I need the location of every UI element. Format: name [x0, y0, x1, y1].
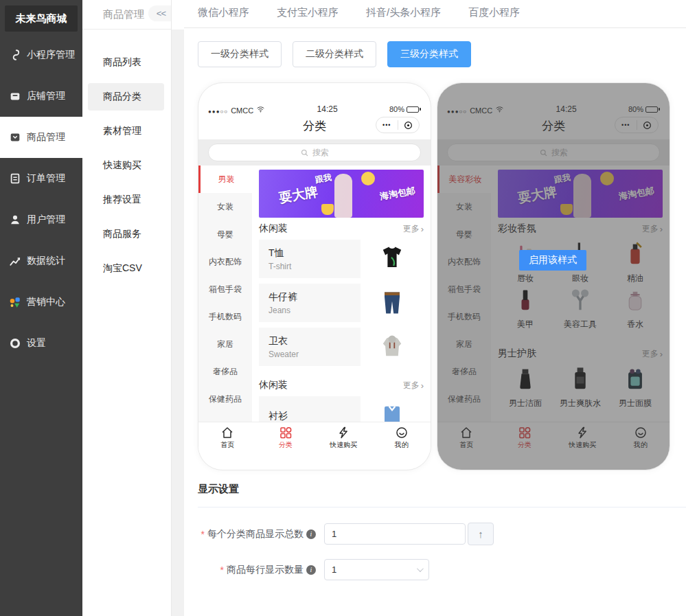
submenu-item-0[interactable]: 商品列表	[82, 49, 171, 76]
required-asterisk: *	[220, 564, 224, 575]
banner-text-top: 跟我	[314, 172, 332, 186]
display-settings-section: 显示设置 * 每个分类商品显示总数 i↑* 商品每行显示数量 i1	[198, 483, 686, 580]
signal-dots-icon: ●●●○○	[208, 109, 228, 115]
sidebar-item-label: 商品管理	[27, 131, 65, 144]
style-button-3[interactable]: 三级分类样式	[387, 41, 471, 67]
tab-platform-3[interactable]: 百度小程序	[468, 6, 520, 27]
banner-bag-shape	[321, 204, 334, 215]
search-placeholder: 搜索	[312, 147, 329, 159]
style-button-2[interactable]: 二级分类样式	[293, 41, 376, 67]
status-battery: 80%	[389, 105, 421, 113]
required-asterisk: *	[201, 529, 205, 540]
order-icon	[9, 172, 21, 185]
category-display-count-input[interactable]	[324, 523, 466, 545]
order-icon	[9, 172, 21, 185]
phone-category-item-3: 内衣配饰	[198, 248, 252, 275]
product-subtitle: T-shirt	[268, 262, 291, 271]
display-settings-form: * 每个分类商品显示总数 i↑* 商品每行显示数量 i1	[198, 523, 686, 580]
flash-icon	[336, 426, 350, 440]
phone-category-content: 跟我 耍大牌 海淘包邮 休闲装 更多›T恤 T-shirt 牛仔裤 Jeans …	[252, 166, 431, 429]
sidebar-item-order[interactable]: 订单管理	[0, 158, 82, 199]
product-subtitle: Jeans	[268, 306, 290, 315]
form-row-0: * 每个分类商品显示总数 i↑	[198, 523, 686, 545]
submenu-item-5[interactable]: 商品服务	[82, 220, 171, 248]
platform-tabs: 微信小程序支付宝小程序抖音/头条小程序百度小程序	[184, 0, 686, 28]
banner-model-figure	[334, 174, 352, 218]
info-icon: i	[306, 529, 316, 539]
field-label: 商品每行显示数量	[227, 564, 304, 576]
phone-category-item-2: 母婴	[198, 220, 252, 248]
user-icon	[9, 214, 21, 226]
sidebar-item-goods[interactable]: 商品管理	[0, 117, 82, 158]
enable-style-button[interactable]: 启用该样式	[519, 250, 586, 271]
submenu-item-3[interactable]: 快速购买	[82, 152, 171, 179]
status-left: ●●●○○CMCC	[208, 104, 265, 115]
style-buttons: 一级分类样式二级分类样式三级分类样式	[198, 41, 686, 67]
sidebar-item-shop[interactable]: 店铺管理	[0, 76, 82, 117]
sidebar-item-settings[interactable]: 设置	[0, 323, 82, 364]
chevron-down-icon	[417, 565, 424, 572]
submenu-item-2[interactable]: 素材管理	[82, 117, 171, 145]
sidebar-item-marketing[interactable]: 营销中心	[0, 282, 82, 323]
sidebar-item-user[interactable]: 用户管理	[0, 199, 82, 240]
sidebar-item-label: 营销中心	[27, 296, 65, 308]
style-button-1[interactable]: 一级分类样式	[198, 41, 282, 67]
marketing-icon	[9, 296, 21, 308]
submenu-item-1[interactable]: 商品分类	[88, 83, 164, 111]
phone-category-item-8: 保健药品	[198, 385, 252, 413]
phone-category-item-6: 家居	[198, 330, 252, 358]
form-label-0: * 每个分类商品显示总数 i	[198, 528, 316, 540]
sidebar-gap-strip	[172, 0, 184, 616]
section-header-0: 休闲装 更多›	[259, 218, 424, 240]
shop-icon	[9, 90, 21, 102]
tab-platform-1[interactable]: 支付宝小程序	[277, 6, 339, 27]
goods-icon	[9, 131, 21, 144]
phone-body: 男装女装母婴内衣配饰箱包手袋手机数码家居奢侈品保健药品生鲜跟我 耍大牌 海淘包邮…	[198, 166, 431, 429]
phone-tab-label: 我的	[395, 440, 409, 450]
form-label-1: * 商品每行显示数量 i	[198, 564, 316, 576]
home-icon	[220, 426, 234, 440]
phone-tab-label: 快速购买	[330, 440, 357, 450]
sidebar-item-label: 用户管理	[27, 214, 65, 226]
product-image	[361, 284, 424, 322]
goods-icon	[9, 131, 21, 144]
phone-search-input: 搜索	[208, 144, 421, 161]
phone-tab-label: 首页	[220, 440, 234, 450]
product-image	[361, 328, 424, 366]
phone-preview-active-style: ●●●○○CMCC14:2580%分类•••搜索男装女装母婴内衣配饰箱包手袋手机…	[198, 82, 431, 470]
stats-icon	[9, 255, 21, 267]
submenu-item-6[interactable]: 淘宝CSV	[82, 255, 171, 282]
phone-tab-bar: 首页分类快速购买我的	[198, 422, 431, 453]
collapse-sidebar-button[interactable]: <<	[148, 5, 171, 21]
chevron-right-icon: ›	[421, 224, 424, 234]
search-icon	[300, 148, 309, 157]
product-name: 牛仔裤	[268, 291, 297, 302]
tab-platform-2[interactable]: 抖音/头条小程序	[366, 6, 441, 27]
marketing-icon	[9, 296, 21, 308]
product-name: 卫衣	[268, 335, 288, 346]
section-more-link: 更多›	[403, 380, 424, 391]
phone-category-item-5: 手机数码	[198, 303, 252, 330]
carrier-label: CMCC	[231, 106, 253, 115]
phone-status-bar: ●●●○○CMCC14:2580%	[208, 104, 421, 115]
section-title: 休闲装	[259, 379, 288, 391]
stepper-up-button[interactable]: ↑	[468, 523, 494, 545]
phone-tab-category: 分类	[257, 422, 315, 453]
phone-search-band: 搜索	[198, 139, 431, 166]
user-icon	[9, 214, 21, 226]
phone-tab-flash: 快速购买	[315, 422, 373, 453]
capsule-target-icon	[398, 120, 420, 130]
product-image	[361, 240, 424, 278]
shop-icon	[9, 90, 21, 102]
product-card-jeans: 牛仔裤 Jeans	[259, 284, 424, 322]
sidebar-item-miniprogram[interactable]: 小程序管理	[0, 34, 82, 76]
select-value: 1	[332, 564, 336, 575]
sidebar-item-label: 小程序管理	[27, 49, 75, 61]
banner-text-right: 海淘包邮	[379, 185, 416, 203]
tab-platform-0[interactable]: 微信小程序	[198, 6, 249, 27]
miniprogram-icon	[9, 49, 21, 61]
submenu-item-4[interactable]: 推荐设置	[82, 186, 171, 214]
sidebar-item-stats[interactable]: 数据统计	[0, 240, 82, 282]
phone-page-title: 分类	[303, 118, 326, 134]
items-per-row-select[interactable]: 1	[324, 559, 429, 580]
